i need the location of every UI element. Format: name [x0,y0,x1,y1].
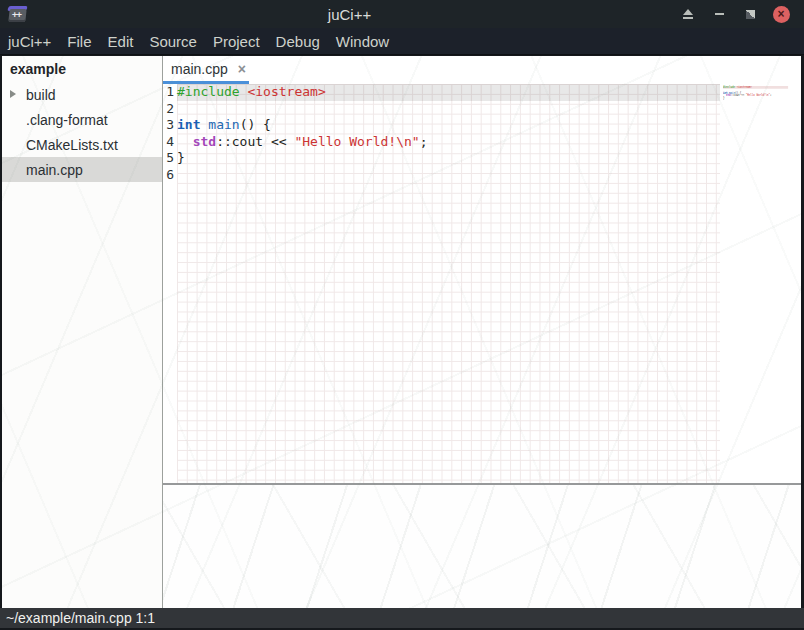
code-area[interactable]: #include <iostream>int main() { std::cou… [177,84,720,483]
sidebar-item-build[interactable]: build [2,82,162,107]
sidebar: example build.clang-formatCMakeLists.txt… [2,56,162,608]
code-token: #include [723,86,735,89]
code-token: int [177,117,200,132]
code-token: "Hello World!\n" [294,134,419,149]
minimap-line-6 [723,100,801,103]
minimap[interactable]: #include <iostream>int main() { std::cou… [720,84,801,483]
terminal-pane[interactable] [163,485,801,608]
sidebar-item-main-cpp[interactable]: main.cpp [2,157,162,182]
line-number: 2 [163,101,174,118]
app-icon-plusplus: ++ [12,9,21,19]
tab-label: main.cpp [171,61,228,77]
minimize-button[interactable] [706,3,732,25]
close-button[interactable]: × [768,3,794,25]
code-token: << [263,134,294,149]
tab-close-icon[interactable]: × [238,62,246,76]
menu-item-project[interactable]: Project [205,33,268,50]
code-token: <iostream> [737,86,752,89]
line-number: 6 [163,167,174,184]
tab-main-cpp[interactable]: main.cpp × [163,56,246,81]
code-token: <iostream> [247,84,325,99]
app-icon: ++ [7,5,29,24]
line-number: 3 [163,117,174,134]
code-token: std [193,134,216,149]
line-number-gutter[interactable]: 123456 [163,84,177,483]
sidebar-item-label: main.cpp [26,162,83,178]
app-window: ++ juCi++ × juCi++FileEditSourceProjectD… [0,0,804,630]
code-line-6 [177,167,720,184]
restore-button[interactable] [737,3,763,25]
code-line-3: int main() { [177,117,720,134]
sidebar-tree: build.clang-formatCMakeLists.txtmain.cpp [2,82,162,182]
menu-item-juci[interactable]: juCi++ [0,33,59,50]
code-lines: #include <iostream>int main() { std::cou… [177,84,720,183]
code-token [177,134,193,149]
code-token: ; [420,134,428,149]
eject-icon-bar [683,17,693,19]
titlebar: ++ juCi++ × [0,0,804,28]
code-token: } [723,97,725,100]
code-line-4: std::cout << "Hello World!\n"; [177,134,720,151]
code-token: () { [240,117,271,132]
menu-item-file[interactable]: File [59,33,99,50]
expander-icon[interactable] [10,90,16,98]
statusbar-path: ~/example/main.cpp 1:1 [6,610,155,626]
sidebar-item-label: build [26,87,56,103]
tabbar: main.cpp × [163,56,801,84]
menu-item-source[interactable]: Source [141,33,205,50]
minimap-content: #include <iostream>int main() { std::cou… [723,86,801,102]
statusbar: ~/example/main.cpp 1:1 [0,608,804,628]
line-number: 4 [163,134,174,151]
window-controls: × [670,3,794,25]
sidebar-item-label: CMakeLists.txt [26,137,118,153]
sidebar-root-label: example [10,61,66,77]
eject-icon [683,9,693,15]
restore-icon [746,10,755,19]
menu-item-debug[interactable]: Debug [268,33,328,50]
code-line-2 [177,101,720,118]
sidebar-root[interactable]: example [2,56,162,82]
code-token: #include [177,84,240,99]
menubar-items: juCi++FileEditSourceProjectDebugWindow [0,28,804,55]
sidebar-item-cmakelists-txt[interactable]: CMakeLists.txt [2,132,162,157]
code-token: ; [770,94,772,97]
code-line-5: } [177,150,720,167]
sidebar-item-clang-format[interactable]: .clang-format [2,107,162,132]
line-number: 5 [163,150,174,167]
minimize-icon [715,13,724,15]
code-token: :: [216,134,232,149]
code-line-1: #include <iostream> [177,84,720,101]
code-token: main [208,117,239,132]
sidebar-item-label: .clang-format [26,112,108,128]
line-number: 1 [163,84,174,101]
main-area: main.cpp × 123456 #include <iostream>int… [163,56,801,608]
code-token: cout [232,134,263,149]
code-token: } [177,150,185,165]
menu-item-window[interactable]: Window [328,33,397,50]
source-editor: 123456 #include <iostream>int main() { s… [163,84,801,483]
shade-button[interactable] [675,3,701,25]
close-icon: × [773,6,790,23]
window-title: juCi++ [29,6,670,23]
code-token: "Hello World!\n" [746,94,770,97]
menu-item-edit[interactable]: Edit [100,33,142,50]
